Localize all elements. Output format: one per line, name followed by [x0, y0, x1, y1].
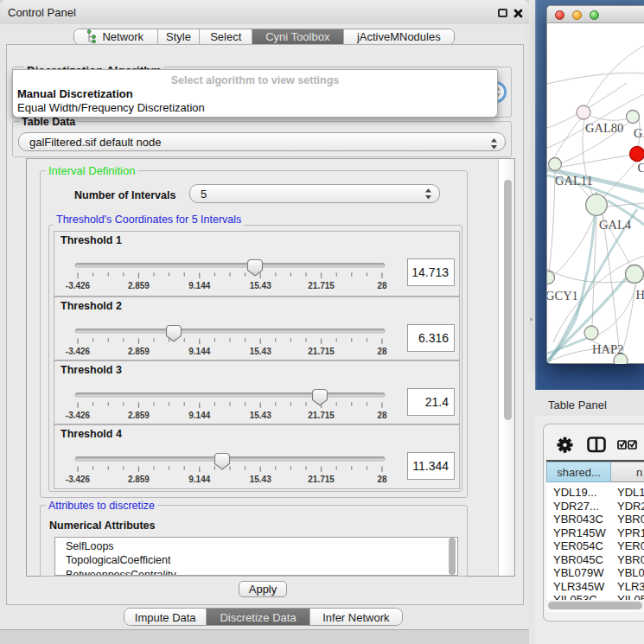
- svg-text:28: 28: [377, 281, 387, 290]
- svg-text:-3.426: -3.426: [66, 411, 91, 420]
- svg-text:-3.426: -3.426: [66, 475, 91, 484]
- svg-text:15.43: 15.43: [250, 281, 271, 290]
- svg-text:H: H: [636, 288, 644, 302]
- svg-text:28: 28: [377, 411, 387, 420]
- svg-text:HAP2: HAP2: [592, 342, 623, 356]
- svg-text:9.144: 9.144: [188, 281, 210, 290]
- svg-text:21.715: 21.715: [308, 411, 335, 420]
- svg-text:-3.426: -3.426: [66, 347, 91, 356]
- svg-text:15.43: 15.43: [250, 347, 271, 356]
- svg-text:GAL11: GAL11: [555, 174, 593, 188]
- svg-text:2.859: 2.859: [128, 411, 150, 420]
- svg-text:21.715: 21.715: [308, 281, 335, 290]
- svg-text:GCY1: GCY1: [547, 289, 578, 303]
- svg-text:GA: GA: [634, 126, 644, 140]
- svg-text:15.43: 15.43: [250, 475, 271, 484]
- svg-text:2.859: 2.859: [128, 281, 150, 290]
- svg-text:-3.426: -3.426: [66, 281, 91, 290]
- svg-text:9.144: 9.144: [188, 411, 210, 420]
- svg-text:GAL4: GAL4: [599, 218, 632, 232]
- svg-text:21.715: 21.715: [308, 347, 335, 356]
- svg-text:28: 28: [377, 475, 387, 484]
- svg-text:2.859: 2.859: [128, 475, 150, 484]
- svg-text:21.715: 21.715: [308, 475, 335, 484]
- svg-text:15.43: 15.43: [250, 411, 271, 420]
- svg-text:GAL80: GAL80: [585, 121, 623, 135]
- svg-text:9.144: 9.144: [188, 475, 210, 484]
- svg-text:C: C: [638, 161, 644, 175]
- svg-text:9.144: 9.144: [188, 347, 210, 356]
- svg-text:28: 28: [377, 347, 387, 356]
- svg-text:2.859: 2.859: [128, 347, 150, 356]
